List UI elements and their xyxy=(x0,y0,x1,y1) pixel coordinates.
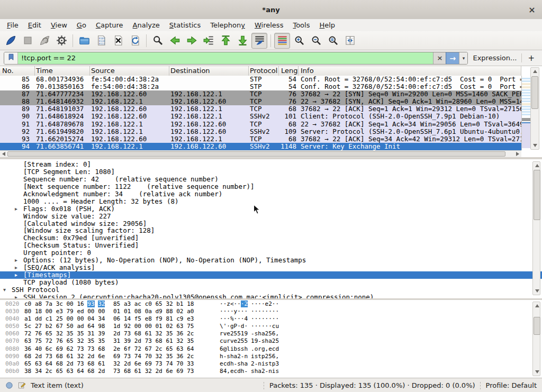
chevron-right-icon[interactable]: ▸ xyxy=(15,257,17,264)
capture-comment-button[interactable] xyxy=(18,381,26,389)
detail-row[interactable]: Window size value: 227 xyxy=(0,213,542,220)
packet-row-85[interactable]: 8568.001734936fe:54:00:d4:38:2aSTP54Conf… xyxy=(0,76,521,83)
find-packet-button[interactable] xyxy=(150,33,166,49)
close-file-button[interactable] xyxy=(110,33,126,49)
detail-row[interactable]: TCP payload (1080 bytes) xyxy=(0,279,542,286)
filter-history-dropdown[interactable]: ▾ xyxy=(459,52,467,64)
vscrollbar-thumb[interactable] xyxy=(531,76,538,109)
detail-row[interactable]: ▸Flags: 0x018 (PSH, ACK) xyxy=(0,205,542,213)
menu-go[interactable]: Go xyxy=(72,20,91,30)
save-file-button[interactable]: 010101100111 xyxy=(93,33,109,49)
menu-tools[interactable]: Tools xyxy=(288,20,314,30)
colorize-packets-button[interactable] xyxy=(274,33,290,49)
chevron-right-icon[interactable]: ▸ xyxy=(15,271,17,279)
stop-capture-button[interactable] xyxy=(20,33,35,49)
menu-wireless[interactable]: Wireless xyxy=(250,20,288,30)
scroll-down-button[interactable] xyxy=(533,287,541,295)
packet-list-hscrollbar[interactable] xyxy=(0,150,521,158)
detail-row[interactable]: [Stream index: 0] xyxy=(0,161,542,168)
menu-capture[interactable]: Capture xyxy=(91,20,128,30)
add-filter-button[interactable]: + xyxy=(527,53,538,63)
packet-row-90[interactable]: 9071.648618924192.168.122.60192.168.122.… xyxy=(0,113,521,120)
hex-row-0070[interactable]: 007063 75 72 76 65 32 35 3531 39 2d 73 6… xyxy=(0,338,542,345)
chevron-right-icon[interactable]: ▸ xyxy=(15,205,17,213)
start-capture-button[interactable] xyxy=(3,33,19,49)
menu-edit[interactable]: Edit xyxy=(23,20,46,30)
scroll-right-button[interactable] xyxy=(514,151,521,157)
hscrollbar-thumb[interactable] xyxy=(7,151,505,157)
packet-list-minimap[interactable] xyxy=(521,76,530,150)
vscrollbar-thumb[interactable] xyxy=(534,317,540,335)
go-to-top-button[interactable] xyxy=(218,33,233,49)
detail-row[interactable]: [TCP Segment Len: 1080] xyxy=(0,168,542,176)
column-header-time[interactable]: Time xyxy=(35,66,90,76)
chevron-down-icon[interactable]: ▾ xyxy=(3,286,6,294)
details-vscrollbar[interactable] xyxy=(532,161,540,295)
hex-row-00a0[interactable]: 00a065 63 64 68 2d 73 68 6132 2d 6e 69 7… xyxy=(0,360,542,368)
column-header-destination[interactable]: Destination xyxy=(169,66,249,76)
menu-analyze[interactable]: Analyze xyxy=(128,20,165,30)
vscrollbar-thumb[interactable] xyxy=(534,170,540,220)
hex-row-0050[interactable]: 00505c 27 b2 67 50 ad 64 981d 92 00 00 0… xyxy=(0,323,542,330)
hex-row-0090[interactable]: 009068 2d 73 68 61 32 2d 6e69 73 74 70 3… xyxy=(0,353,542,360)
scroll-down-button[interactable] xyxy=(533,368,541,376)
menu-statistics[interactable]: Statistics xyxy=(165,20,205,30)
resize-columns-button[interactable] xyxy=(342,33,358,49)
packet-row-89[interactable]: 8971.648191037192.168.122.60192.168.122.… xyxy=(0,105,521,113)
go-back-button[interactable] xyxy=(167,33,183,49)
column-header-source[interactable]: Source xyxy=(90,66,169,76)
scroll-up-button[interactable] xyxy=(531,68,539,75)
detail-row[interactable]: Checksum: 0x79ed [unverified] xyxy=(0,234,542,242)
filter-bookmark-button[interactable] xyxy=(4,52,18,64)
detail-row[interactable]: ▸[Timestamps] xyxy=(0,271,542,279)
restart-capture-button[interactable] xyxy=(37,33,52,49)
detail-row[interactable]: 1000 .... = Header Length: 32 bytes (8) xyxy=(0,198,542,205)
detail-row[interactable]: Urgent pointer: 0 xyxy=(0,249,542,257)
detail-row[interactable]: ▸Options: (12 bytes), No-Operation (NOP)… xyxy=(0,257,542,264)
reload-file-button[interactable] xyxy=(127,33,143,49)
packet-row-93[interactable]: 9371.662015274192.168.122.60192.168.122.… xyxy=(0,135,521,143)
title-bar[interactable]: *any × xyxy=(0,0,542,20)
packet-row-92[interactable]: 9271.661949820192.168.122.1192.168.122.6… xyxy=(0,128,521,135)
detail-row[interactable]: ▸[SEQ/ACK analysis] xyxy=(0,264,542,271)
column-header-no[interactable]: No. xyxy=(0,66,35,76)
scroll-down-button[interactable] xyxy=(531,142,539,149)
go-to-bottom-button[interactable] xyxy=(234,33,250,49)
scroll-left-button[interactable] xyxy=(0,151,7,157)
scroll-up-button[interactable] xyxy=(533,302,541,309)
zoom-out-button[interactable] xyxy=(308,33,324,49)
zoom-in-button[interactable] xyxy=(291,33,307,49)
chevron-right-icon[interactable]: ▸ xyxy=(15,264,17,271)
zoom-original-button[interactable] xyxy=(325,33,341,49)
packet-row-88[interactable]: 8871.648146932192.168.122.1192.168.122.6… xyxy=(0,98,521,105)
display-filter-input[interactable]: !tcp.port == 22 xyxy=(18,52,433,64)
filter-apply-button[interactable]: → xyxy=(446,52,459,64)
go-forward-button[interactable] xyxy=(184,33,200,49)
open-file-button[interactable] xyxy=(76,33,92,49)
detail-row[interactable]: [Window size scaling factor: 128] xyxy=(0,227,542,234)
bytes-vscrollbar[interactable] xyxy=(532,302,540,376)
column-header-info[interactable]: Info xyxy=(299,66,521,76)
menu-file[interactable]: File xyxy=(2,20,23,30)
hex-row-0080[interactable]: 008036 40 6c 69 62 73 73 682e 6f 72 67 2… xyxy=(0,345,542,353)
hex-row-00b0[interactable]: 00b038 34 2c 65 63 64 68 2d73 68 61 32 2… xyxy=(0,368,542,375)
detail-row[interactable]: ▾SSH Protocol xyxy=(0,286,542,294)
profile-button[interactable]: Profile: Default xyxy=(486,381,537,389)
expression-button[interactable]: Expression... xyxy=(473,54,517,62)
detail-row[interactable]: [Checksum Status: Unverified] xyxy=(0,242,542,249)
column-header-protocol[interactable]: Protocol xyxy=(249,66,279,76)
hex-row-0060[interactable]: 006072 76 65 32 35 35 31 392d 73 68 61 3… xyxy=(0,330,542,338)
auto-scroll-button[interactable] xyxy=(251,33,267,49)
detail-row[interactable]: Sequence number: 42 (relative sequence n… xyxy=(0,176,542,183)
menu-view[interactable]: View xyxy=(46,20,72,30)
capture-options-button[interactable] xyxy=(53,33,69,49)
packet-row-94[interactable]: 9471.663856741192.168.122.1192.168.122.6… xyxy=(0,143,521,150)
go-to-packet-button[interactable] xyxy=(201,33,216,49)
expert-info-button[interactable] xyxy=(5,381,13,389)
packet-row-86[interactable]: 8670.013850163fe:54:00:d4:38:2aSTP54Conf… xyxy=(0,83,521,90)
scroll-up-button[interactable] xyxy=(533,162,541,169)
packet-list-vscrollbar[interactable] xyxy=(530,67,539,150)
menu-help[interactable]: Help xyxy=(314,20,340,30)
detail-row[interactable]: Acknowledgment number: 34 (relative ack … xyxy=(0,190,542,198)
packet-row-87[interactable]: 8771.647777234192.168.122.60192.168.122.… xyxy=(0,90,521,98)
